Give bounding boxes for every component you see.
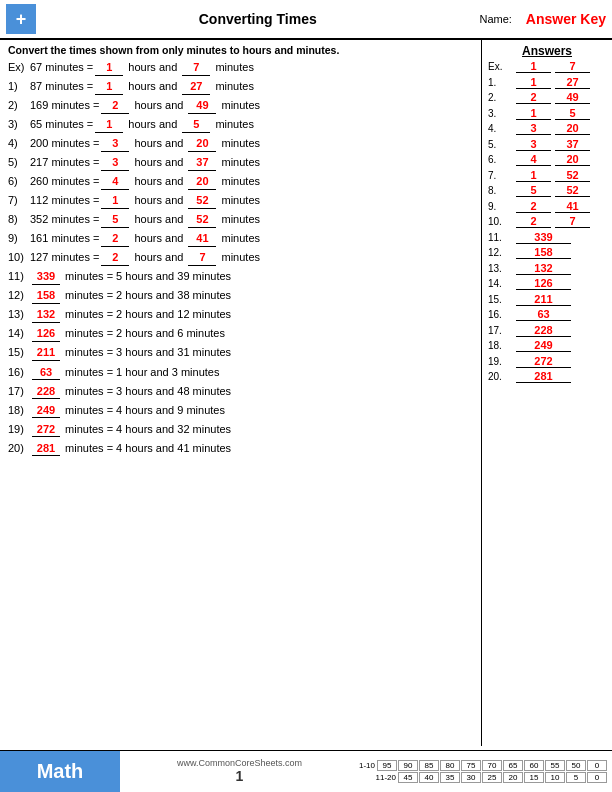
problem-row-8: 8) 352 minutes = 5 hours and 52 minutes	[8, 212, 473, 228]
problem-row-1: 1) 87 minutes = 1 hours and 27 minutes	[8, 79, 473, 95]
logo-icon: +	[6, 4, 36, 34]
p5-hours: 3	[101, 155, 129, 171]
score-20: 20	[503, 772, 523, 783]
p4-mins: 20	[188, 136, 216, 152]
score-label-11-20: 11-20	[376, 773, 396, 782]
p15-ans: 211	[32, 345, 60, 361]
score-55: 55	[545, 760, 565, 771]
ans-9-h: 2	[516, 200, 551, 213]
answer-row-12: 12. 158	[488, 246, 606, 259]
score-85: 85	[419, 760, 439, 771]
score-0b: 0	[587, 772, 607, 783]
problem-row-11: 11) 339 minutes = 5 hours and 39 minutes	[8, 269, 473, 285]
ans-4-h: 3	[516, 122, 551, 135]
score-65: 65	[503, 760, 523, 771]
p4-hours: 3	[101, 136, 129, 152]
answer-row-11: 11. 339	[488, 231, 606, 244]
answer-row-6: 6. 4 20	[488, 153, 606, 166]
score-0a: 0	[587, 760, 607, 771]
footer-page-number: 1	[236, 768, 244, 784]
problem-row-4: 4) 200 minutes = 3 hours and 20 minutes	[8, 136, 473, 152]
score-45: 45	[398, 772, 418, 783]
problem-row-17: 17) 228 minutes = 3 hours and 48 minutes	[8, 384, 473, 400]
ans-7-h: 1	[516, 169, 551, 182]
answer-key-panel: Answers Ex. 1 7 1. 1 27 2. 2 49 3. 1 5	[482, 40, 612, 746]
problem-row-3: 3) 65 minutes = 1 hours and 5 minutes	[8, 117, 473, 133]
answer-row-10: 10. 2 7	[488, 215, 606, 228]
problem-row-15: 15) 211 minutes = 3 hours and 31 minutes	[8, 345, 473, 361]
answer-row-17: 17. 228	[488, 324, 606, 337]
ans-3-h: 1	[516, 107, 551, 120]
problem-row-6: 6) 260 minutes = 4 hours and 20 minutes	[8, 174, 473, 190]
score-row-1-10: 1-10 95 90 85 80 75 70 65 60 55 50 0	[359, 760, 608, 771]
p8-mins: 52	[188, 212, 216, 228]
p14-ans: 126	[32, 326, 60, 342]
p9-mins: 41	[188, 231, 216, 247]
score-5: 5	[566, 772, 586, 783]
answer-row-3: 3. 1 5	[488, 107, 606, 120]
score-80: 80	[440, 760, 460, 771]
score-40: 40	[419, 772, 439, 783]
worksheet: Convert the times shown from only minute…	[0, 40, 482, 746]
ex-hours-answer: 1	[95, 60, 123, 76]
ans-13: 132	[516, 262, 571, 275]
footer-url: www.CommonCoreSheets.com	[177, 758, 302, 768]
instructions: Convert the times shown from only minute…	[8, 44, 473, 56]
ans-4-m: 20	[555, 122, 590, 135]
example-content: 67 minutes = 1 hours and 7 minutes	[30, 60, 254, 76]
p20-ans: 281	[32, 441, 60, 457]
ans-2-h: 2	[516, 91, 551, 104]
prob-content-1: 87 minutes = 1 hours and 27 minutes	[30, 79, 254, 95]
problem-row-10: 10) 127 minutes = 2 hours and 7 minutes	[8, 250, 473, 266]
p1-mins: 27	[182, 79, 210, 95]
ans-10-m: 7	[555, 215, 590, 228]
p13-ans: 132	[32, 307, 60, 323]
ans-10-h: 2	[516, 215, 551, 228]
problem-row-7: 7) 112 minutes = 1 hours and 52 minutes	[8, 193, 473, 209]
page: + Converting Times Name: Answer Key Conv…	[0, 0, 612, 792]
p12-ans: 158	[32, 288, 60, 304]
ans-15: 211	[516, 293, 571, 306]
problem-row-14: 14) 126 minutes = 2 hours and 6 minutes	[8, 326, 473, 342]
answer-row-4: 4. 3 20	[488, 122, 606, 135]
problem-row-19: 19) 272 minutes = 4 hours and 32 minutes	[8, 422, 473, 438]
answer-row-19: 19. 272	[488, 355, 606, 368]
answer-row-1: 1. 1 27	[488, 76, 606, 89]
p10-hours: 2	[101, 250, 129, 266]
ex-minutes: 67 minutes =	[30, 60, 93, 75]
ans-1-m: 27	[555, 76, 590, 89]
answer-row-16: 16. 63	[488, 308, 606, 321]
p1-hours: 1	[95, 79, 123, 95]
p17-ans: 228	[32, 384, 60, 400]
p11-ans: 339	[32, 269, 60, 285]
ex-mins-answer: 7	[182, 60, 210, 76]
ans-11: 339	[516, 231, 571, 244]
ans-5-h: 3	[516, 138, 551, 151]
answer-row-9: 9. 2 41	[488, 200, 606, 213]
p9-hours: 2	[101, 231, 129, 247]
page-title: Converting Times	[36, 11, 479, 27]
ans-9-m: 41	[555, 200, 590, 213]
answer-key-label: Answer Key	[526, 11, 606, 27]
p2-hours: 2	[101, 98, 129, 114]
footer: Math www.CommonCoreSheets.com 1 1-10 95 …	[0, 750, 612, 792]
ans-7-m: 52	[555, 169, 590, 182]
ans-8-m: 52	[555, 184, 590, 197]
answer-row-8: 8. 5 52	[488, 184, 606, 197]
answer-row-18: 18. 249	[488, 339, 606, 352]
example-row: Ex) 67 minutes = 1 hours and 7 minutes	[8, 60, 473, 76]
p7-mins: 52	[188, 193, 216, 209]
answer-row-ex: Ex. 1 7	[488, 60, 606, 73]
footer-scores: 1-10 95 90 85 80 75 70 65 60 55 50 0 11-…	[359, 751, 612, 792]
ans-8-h: 5	[516, 184, 551, 197]
p2-mins: 49	[188, 98, 216, 114]
ans-19: 272	[516, 355, 571, 368]
p18-ans: 249	[32, 403, 60, 419]
ex-mins-label: minutes	[212, 60, 254, 75]
ex-hours-label: hours and	[125, 60, 180, 75]
problem-row-13: 13) 132 minutes = 2 hours and 12 minutes	[8, 307, 473, 323]
problem-row-20: 20) 281 minutes = 4 hours and 41 minutes	[8, 441, 473, 457]
p10-mins: 7	[188, 250, 216, 266]
ans-20: 281	[516, 370, 571, 383]
p6-hours: 4	[101, 174, 129, 190]
